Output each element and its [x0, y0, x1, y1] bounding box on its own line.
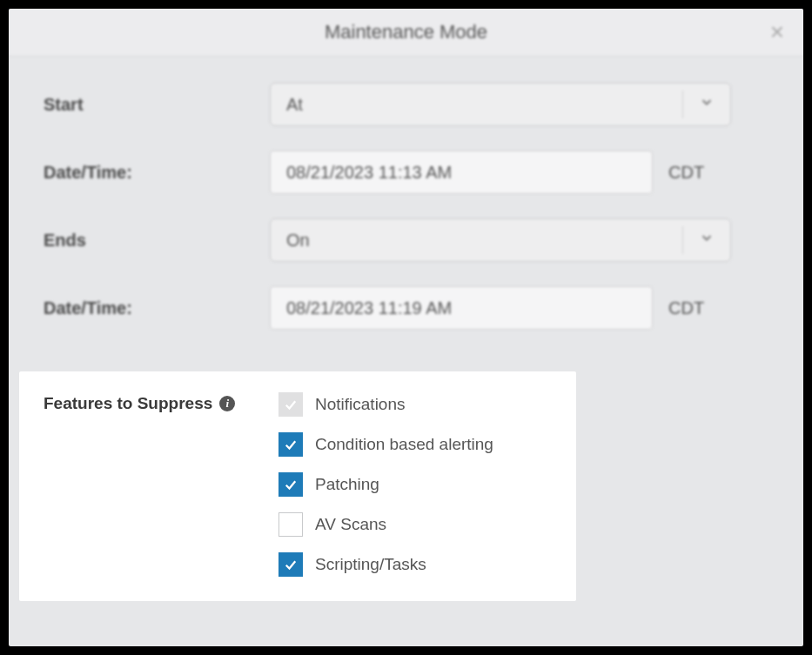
start-datetime-row: Date/Time: 08/21/2023 11:13 AM CDT	[44, 150, 768, 194]
select-divider	[682, 226, 683, 254]
form-section: Start At Date/Time: 08/21/2023 11:13 AM …	[9, 57, 803, 363]
suppress-item-label: Patching	[315, 475, 379, 494]
suppress-checkbox[interactable]	[278, 472, 303, 497]
select-divider	[682, 90, 683, 118]
ends-datetime-input[interactable]: 08/21/2023 11:19 AM	[270, 286, 653, 330]
suppress-title: Features to Suppress	[44, 394, 212, 413]
ends-datetime-label: Date/Time:	[44, 298, 270, 318]
suppress-label-wrap: Features to Suppress i	[44, 392, 278, 413]
start-datetime-value: 08/21/2023 11:13 AM	[286, 163, 452, 183]
ends-datetime-value: 08/21/2023 11:19 AM	[286, 298, 452, 318]
ends-tz-label: CDT	[668, 298, 704, 318]
suppress-item: Notifications	[278, 392, 493, 417]
close-icon[interactable]: ×	[770, 20, 784, 44]
suppress-item-label: Scripting/Tasks	[315, 555, 426, 574]
suppress-item-label: AV Scans	[315, 515, 386, 534]
features-suppress-panel: Features to Suppress i NotificationsCond…	[19, 371, 576, 601]
ends-datetime-row: Date/Time: 08/21/2023 11:19 AM CDT	[44, 286, 768, 330]
start-row: Start At	[44, 83, 768, 126]
suppress-checkbox[interactable]	[278, 512, 303, 537]
maintenance-mode-dialog: Maintenance Mode × Start At Date/Time: 0…	[9, 9, 803, 646]
start-tz-label: CDT	[668, 163, 704, 183]
dialog-title: Maintenance Mode	[9, 21, 803, 43]
start-datetime-input[interactable]: 08/21/2023 11:13 AM	[270, 150, 653, 194]
suppress-checkbox	[278, 392, 303, 417]
suppress-checkbox[interactable]	[278, 432, 303, 457]
start-select-value: At	[286, 95, 303, 115]
suppress-item: Patching	[278, 472, 493, 497]
suppress-item-label: Notifications	[315, 395, 406, 414]
ends-label: Ends	[44, 231, 270, 251]
suppress-checkbox[interactable]	[278, 552, 303, 577]
dialog-header: Maintenance Mode ×	[9, 9, 803, 57]
ends-row: Ends On	[44, 218, 768, 262]
ends-select-value: On	[286, 231, 310, 251]
start-label: Start	[44, 95, 270, 115]
suppress-item-label: Condition based alerting	[315, 435, 493, 454]
start-select[interactable]: At	[270, 83, 731, 126]
chevron-down-icon	[699, 95, 715, 115]
info-icon[interactable]: i	[219, 396, 235, 411]
suppress-item: AV Scans	[278, 512, 493, 537]
start-datetime-label: Date/Time:	[44, 163, 270, 183]
suppress-checkbox-list: NotificationsCondition based alertingPat…	[278, 392, 493, 577]
ends-select[interactable]: On	[270, 218, 731, 262]
suppress-item: Condition based alerting	[278, 432, 493, 457]
suppress-item: Scripting/Tasks	[278, 552, 493, 577]
chevron-down-icon	[699, 231, 715, 251]
